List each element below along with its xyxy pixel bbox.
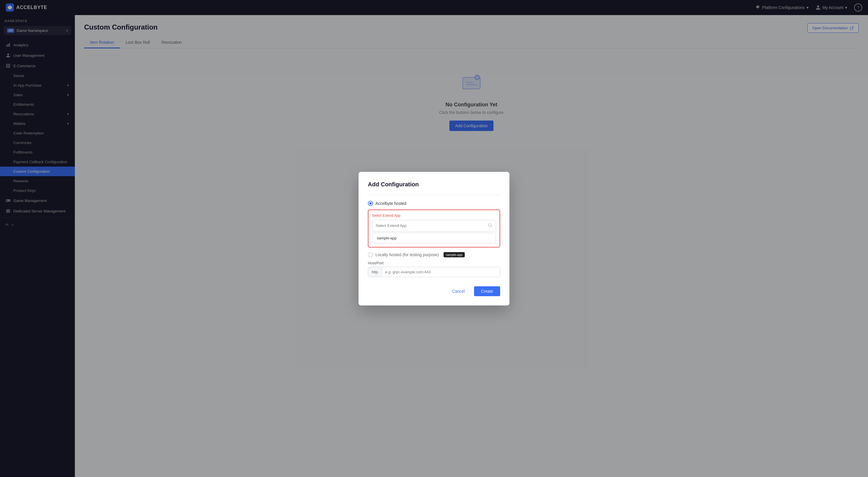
select-extend-label: Select Extend App [372, 213, 496, 218]
modal-title: Add Configuration [368, 181, 500, 188]
dropdown-list: sample-app [372, 233, 496, 243]
accelbyte-hosted-radio[interactable] [368, 201, 373, 206]
dropdown-item-sample-app[interactable]: sample-app [372, 233, 496, 243]
radio-group: Accelbyte hosted Select Extend App sampl… [368, 201, 500, 277]
create-button[interactable]: Create [474, 286, 500, 296]
tooltip-badge: sample-app [443, 252, 465, 257]
accelbyte-hosted-label: Accelbyte hosted [375, 201, 406, 206]
locally-hosted-label: Locally hosted (for testing purpose) [375, 252, 439, 257]
host-port-label: Host/Port [368, 261, 500, 265]
host-port-row: http [368, 267, 500, 277]
select-extend-input-row [372, 220, 496, 232]
host-input[interactable] [382, 267, 500, 277]
accelbyte-hosted-row: Accelbyte hosted [368, 201, 500, 206]
cancel-button[interactable]: Cancel [446, 286, 470, 296]
search-icon[interactable] [484, 220, 496, 231]
modal-footer: Cancel Create [368, 286, 500, 296]
locally-hosted-radio[interactable] [368, 252, 373, 257]
select-extend-box: Select Extend App sample-app [368, 209, 500, 247]
host-prefix: http [368, 267, 382, 277]
svg-point-23 [489, 224, 491, 226]
add-configuration-modal: Add Configuration Accelbyte hosted Selec… [359, 172, 509, 305]
host-port-field: Host/Port http [368, 261, 500, 277]
svg-line-24 [491, 226, 492, 227]
locally-hosted-row: Locally hosted (for testing purpose) sam… [368, 252, 500, 257]
modal-overlay[interactable]: Add Configuration Accelbyte hosted Selec… [0, 0, 868, 477]
select-extend-input[interactable] [372, 221, 484, 230]
